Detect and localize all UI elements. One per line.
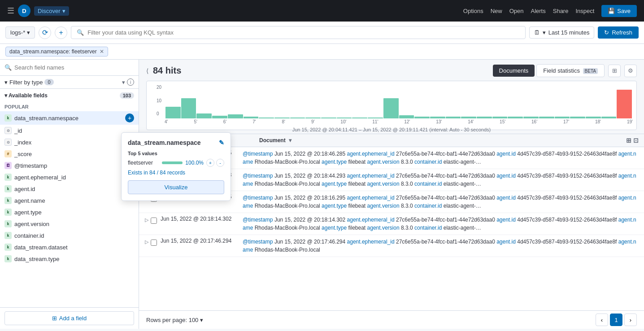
filter-info-button[interactable]: ▾ i (122, 78, 134, 86)
col-sort-icon[interactable]: ▾ (289, 137, 292, 144)
time-picker[interactable]: 🗓 ▾ Last 15 minutes (529, 26, 595, 39)
row-actions: ▷ (144, 216, 157, 224)
filter-type-label[interactable]: ▾ Filter by type 0 (4, 79, 54, 86)
bar-29 (601, 117, 617, 118)
popular-section-label: Popular (0, 102, 139, 111)
tab-field-statistics[interactable]: Field statistics BETA (536, 64, 605, 77)
chart-y-axis: 20 10 0 (157, 85, 161, 116)
inspect-button[interactable]: Inspect (575, 8, 594, 14)
bar-2 (181, 98, 196, 118)
field-item-score[interactable]: # _score (0, 148, 139, 160)
open-button[interactable]: Open (509, 8, 524, 14)
kql-search-bar[interactable]: 🔍 (71, 26, 525, 39)
x-label-8: 8' (282, 119, 285, 124)
save-icon: 💾 (608, 8, 615, 14)
field-type-badge-k: k (4, 209, 12, 216)
field-name-label: container.id (14, 232, 134, 239)
field-item-agent-id[interactable]: k agent.id (0, 183, 139, 195)
kql-input[interactable] (87, 29, 519, 36)
pagination: ‹ 1 › (596, 314, 637, 326)
field-item-agent-type[interactable]: k agent.type (0, 206, 139, 218)
options-button[interactable]: Options (463, 8, 483, 14)
active-filter-pill[interactable]: data_stream.namespace: fleetserver ✕ (5, 47, 108, 57)
field-item-container-id[interactable]: k container.id (0, 230, 139, 241)
view-tabs: Documents Field statistics BETA (493, 64, 605, 77)
index-pattern-selector[interactable]: logs-* ▾ (5, 26, 35, 39)
field-item-data-stream-namespace[interactable]: k data_stream.namespace + (0, 111, 139, 125)
tab-documents[interactable]: Documents (493, 65, 535, 77)
collapse-sidebar-icon[interactable]: ⟨ (146, 67, 148, 74)
refresh-button[interactable]: ↻ Refresh (598, 26, 639, 39)
field-search-input[interactable] (14, 64, 134, 71)
prev-page-button[interactable]: ‹ (596, 314, 608, 326)
alerts-button[interactable]: Alerts (531, 8, 546, 14)
app-name-label: Discover (38, 8, 61, 14)
field-name-label: agent.type (14, 209, 134, 216)
new-button[interactable]: New (491, 8, 502, 14)
value-percentage: 100.0% (185, 160, 204, 166)
field-item-agent-name[interactable]: k agent.name (0, 195, 139, 206)
next-page-button[interactable]: › (624, 314, 637, 326)
hamburger-icon[interactable]: ☰ (7, 6, 14, 16)
field-item-id[interactable]: ⊙ _id (0, 125, 139, 136)
sidebar-search-bar[interactable]: 🔍 (0, 60, 139, 76)
table-footer: Rows per page: 100 ▾ ‹ 1 › (139, 310, 644, 329)
table-view-toggle: ⊞ ⊡ (626, 137, 639, 144)
available-fields-count: 103 (120, 92, 134, 99)
y-label-20: 20 (157, 85, 161, 90)
top5-label: Top 5 values (128, 151, 224, 156)
field-name-label: agent.id (14, 186, 134, 192)
visualize-button[interactable]: Visualize (128, 180, 224, 194)
add-field-button[interactable]: ⊞ Add a field (4, 311, 134, 325)
field-item-data-stream-type[interactable]: k data_stream.type (0, 253, 139, 265)
x-label-5: 5' (194, 119, 197, 124)
field-type-badge-id: ⊙ (4, 139, 12, 146)
row-checkbox[interactable] (151, 218, 157, 224)
remove-filter-icon[interactable]: ✕ (100, 48, 104, 55)
bar-20 (461, 117, 476, 118)
edit-field-icon[interactable]: ✎ (219, 139, 224, 146)
field-type-badge-k: k (4, 255, 12, 262)
bar-22 (492, 117, 508, 118)
add-filter-button[interactable]: + (55, 26, 67, 39)
add-field-label: Add a field (59, 315, 87, 322)
table-grid-icon[interactable]: ⊞ (626, 137, 631, 144)
rows-per-page-selector[interactable]: Rows per page: 100 ▾ (146, 317, 203, 323)
x-label-18: 18' (595, 119, 601, 124)
current-page-button[interactable]: 1 (610, 314, 622, 326)
filter-bar: logs-* ▾ ⟳ + 🔍 🗓 ▾ Last 15 minutes ↻ Ref… (0, 22, 644, 44)
x-label-4: 4' (165, 119, 168, 124)
settings-icon[interactable]: ⚙ (624, 65, 637, 77)
field-add-button[interactable]: + (125, 113, 134, 122)
app-name-badge[interactable]: Discover ▾ (34, 6, 69, 16)
value-filter-exclude-button[interactable]: - (216, 159, 224, 167)
sidebar-footer: ⊞ Add a field (0, 307, 139, 329)
share-button[interactable]: Share (553, 8, 569, 14)
field-item-timestamp[interactable]: 🗓 @timestamp (0, 160, 139, 171)
main-layout: 🔍 ▾ Filter by type 0 ▾ i ▾ Available fie… (0, 60, 644, 329)
bar-24 (523, 117, 539, 118)
field-type-badge-k: k (4, 220, 12, 227)
value-row: fleetserver 100.0% + - (128, 159, 224, 167)
table-view-icon[interactable]: ⊞ (608, 65, 621, 77)
chart-bars (165, 85, 633, 118)
exists-link[interactable]: Exists in 84 / 84 records (128, 170, 224, 176)
filter-by-type-row: ▾ Filter by type 0 ▾ i (0, 76, 139, 89)
field-item-data-stream-dataset[interactable]: k data_stream.dataset (0, 241, 139, 253)
row-checkbox[interactable] (151, 240, 157, 246)
value-filter-include-button[interactable]: + (206, 159, 214, 167)
filter-options-button[interactable]: ⟳ (39, 26, 51, 39)
save-button[interactable]: 💾 Save (601, 5, 637, 17)
field-item-agent-version[interactable]: k agent.version (0, 218, 139, 230)
field-item-index[interactable]: ⊙ _index (0, 136, 139, 148)
field-name-label: agent.name (14, 197, 134, 204)
bar-10 (305, 118, 321, 118)
field-type-badge-num: # (4, 150, 12, 157)
row-document: @timestamp Jun 15, 2022 @ 20:18:46.285 a… (243, 150, 639, 166)
x-label-6: 6' (223, 119, 226, 124)
x-label-14: 14' (468, 119, 474, 124)
table-single-icon[interactable]: ⊡ (633, 137, 639, 144)
field-item-agent-ephemeral-id[interactable]: k agent.ephemeral_id (0, 171, 139, 183)
expand-row-button[interactable]: ▷ (144, 217, 149, 223)
expand-row-button[interactable]: ▷ (144, 239, 149, 245)
